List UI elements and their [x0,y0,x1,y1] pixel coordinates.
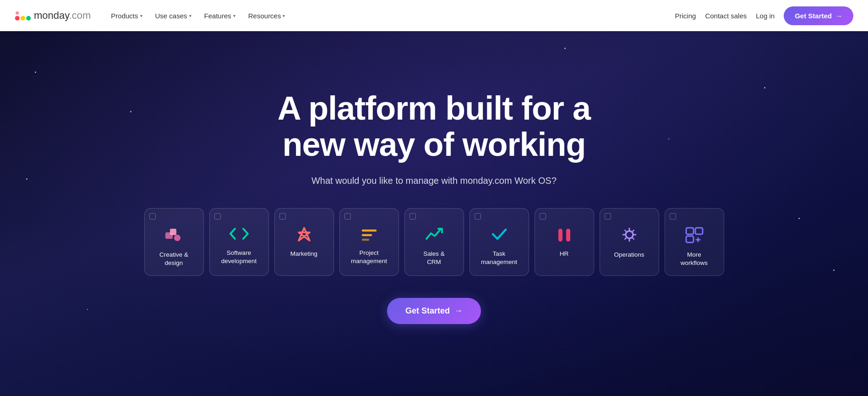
software-development-icon [229,226,249,242]
navbar: monday.com Products ▾ Use cases ▾ Featur… [0,0,868,31]
workflow-card-task[interactable]: Taskmanagement [469,208,529,276]
hero-title: A platform built for a new way of workin… [278,90,590,163]
star-decoration [764,87,765,88]
svg-point-0 [15,16,20,21]
star-decoration [26,178,27,180]
workflow-card-project[interactable]: Projectmanagement [339,208,399,276]
hero-get-started-button[interactable]: Get Started → [387,298,481,324]
sales-crm-icon [425,226,444,242]
navbar-right: Pricing Contact sales Log in Get Started… [675,6,853,25]
star-decoration [798,218,800,219]
chevron-down-icon: ▾ [140,13,142,18]
workflow-grid: Creative &design Softwaredevelopment Mar… [144,208,724,276]
creative-design-icon [164,226,184,243]
operations-icon [620,226,639,243]
svg-point-2 [26,16,31,21]
pricing-link[interactable]: Pricing [675,12,696,20]
svg-rect-24 [686,236,693,242]
login-link[interactable]: Log in [756,12,775,20]
svg-rect-22 [686,228,693,234]
svg-line-18 [624,230,626,231]
star-decoration [35,72,36,73]
arrow-icon: → [454,306,463,316]
card-checkbox [475,213,481,220]
workflow-card-task-label: Taskmanagement [481,250,517,266]
workflow-card-hr-label: HR [560,250,569,258]
workflow-card-ops[interactable]: Operations [600,208,659,276]
project-management-icon [360,226,378,242]
workflow-card-more[interactable]: Moreworkflows [665,208,724,276]
workflow-card-hr[interactable]: HR [535,208,594,276]
svg-line-19 [632,237,634,239]
svg-line-21 [624,237,626,239]
svg-point-6 [174,235,180,241]
svg-point-13 [626,231,633,238]
svg-rect-5 [170,229,176,235]
workflow-card-creative-label: Creative &design [159,251,188,267]
card-checkbox [670,213,676,220]
svg-point-3 [16,11,19,15]
navbar-get-started-button[interactable]: Get Started → [784,6,853,25]
card-checkbox [540,213,546,220]
card-checkbox [605,213,611,220]
hr-icon [555,226,573,242]
workflow-card-sales[interactable]: Sales &CRM [404,208,464,276]
card-checkbox [344,213,351,220]
marketing-icon [295,226,313,242]
card-checkbox [279,213,286,220]
nav-links: Products ▾ Use cases ▾ Features ▾ Resour… [105,8,290,23]
nav-item-resources[interactable]: Resources ▾ [243,8,291,23]
star-decoration [564,48,566,49]
workflow-card-project-label: Projectmanagement [351,249,387,265]
svg-rect-11 [558,229,562,242]
workflow-card-creative[interactable]: Creative &design [144,208,204,276]
task-management-icon [490,226,508,242]
nav-item-features[interactable]: Features ▾ [199,8,241,23]
hero-section: A platform built for a new way of workin… [0,0,868,396]
card-checkbox [214,213,221,220]
star-decoration [130,111,131,112]
workflow-card-marketing[interactable]: Marketing [274,208,334,276]
workflow-card-more-label: Moreworkflows [681,251,708,267]
chevron-down-icon: ▾ [283,13,285,18]
logo[interactable]: monday.com [15,10,91,22]
svg-point-1 [21,16,25,21]
nav-item-products[interactable]: Products ▾ [105,8,147,23]
hero-subtitle: What would you like to manage with monda… [311,176,557,186]
workflow-card-software[interactable]: Softwaredevelopment [209,208,269,276]
chevron-down-icon: ▾ [233,13,235,18]
more-workflows-icon [685,226,704,243]
svg-rect-12 [566,229,570,242]
card-checkbox [409,213,416,220]
star-decoration [668,138,669,139]
workflow-card-sales-label: Sales &CRM [423,250,445,266]
logo-text: monday.com [34,10,91,22]
star-decoration [833,270,835,271]
svg-line-20 [632,230,634,231]
navbar-left: monday.com Products ▾ Use cases ▾ Featur… [15,8,290,23]
svg-marker-7 [299,228,310,241]
workflow-card-software-label: Softwaredevelopment [221,249,257,265]
contact-sales-link[interactable]: Contact sales [705,12,747,20]
chevron-down-icon: ▾ [189,13,191,18]
star-decoration [87,309,88,310]
svg-rect-23 [695,228,703,234]
workflow-card-marketing-label: Marketing [290,250,317,258]
nav-item-use-cases[interactable]: Use cases ▾ [150,8,197,23]
workflow-card-ops-label: Operations [614,251,644,259]
arrow-icon: → [835,12,842,20]
card-checkbox [149,213,156,220]
